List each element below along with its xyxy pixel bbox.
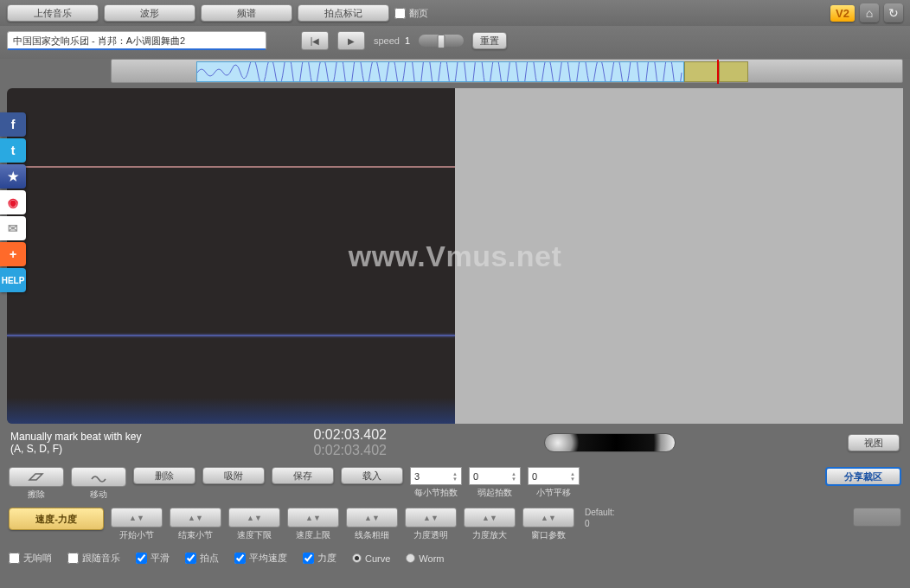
flip-page-checkbox[interactable] — [394, 8, 406, 19]
avgspeed-checkbox[interactable] — [234, 553, 246, 564]
smooth-toggle[interactable]: 平滑 — [136, 552, 170, 565]
speed-dynamics-mode-button[interactable]: 速度-力度 — [9, 508, 104, 530]
smooth-checkbox[interactable] — [136, 553, 147, 564]
play-button[interactable]: ▶ — [337, 31, 365, 50]
line-width-input[interactable]: ▲▼ — [346, 508, 398, 527]
erase-icon — [27, 471, 46, 483]
spinner-icon[interactable]: ▲▼ — [511, 471, 516, 482]
follow-toggle[interactable]: 跟随音乐 — [67, 552, 120, 565]
speed-label: speed — [374, 35, 400, 46]
selection-region[interactable] — [684, 61, 719, 82]
beats-per-bar-input[interactable]: 3▲▼ — [410, 467, 462, 485]
spectrum-band-lower — [7, 335, 455, 336]
time-total: 0:02:03.402 — [313, 443, 387, 458]
reset-button[interactable]: 重置 — [472, 32, 507, 49]
erase-label: 擦除 — [28, 489, 45, 501]
view-button[interactable]: 视图 — [848, 434, 900, 451]
spectrum-band-upper — [7, 166, 455, 168]
prev-button[interactable]: |◀ — [301, 31, 329, 50]
window-param-input[interactable]: ▲▼ — [522, 508, 574, 527]
beats-per-bar-value: 3 — [414, 471, 420, 482]
tempo-low-input[interactable]: ▲▼ — [228, 508, 280, 527]
speed-value: 1 — [405, 35, 410, 46]
facebook-icon[interactable]: f — [0, 112, 26, 137]
tempo-high-input[interactable]: ▲▼ — [287, 508, 339, 527]
addthis-icon[interactable]: + — [0, 242, 26, 266]
save-button[interactable]: 保存 — [272, 467, 334, 484]
pickup-label: 弱起拍数 — [477, 487, 512, 499]
favorite-icon[interactable]: ★ — [0, 164, 26, 189]
dynamics-meter — [544, 433, 676, 452]
tempo-high-label: 速度上限 — [296, 529, 330, 541]
spectrum-gradient — [7, 398, 455, 424]
avgspeed-toggle[interactable]: 平均速度 — [234, 552, 287, 565]
line-width-label: 线条粗细 — [355, 529, 389, 541]
move-icon — [89, 471, 108, 483]
watermark-text: www.Vmus.net — [349, 240, 562, 273]
waveform-segment — [196, 61, 684, 82]
nosound-label: 无响哨 — [23, 552, 52, 565]
beats-checkbox[interactable] — [185, 553, 196, 564]
mail-icon[interactable]: ✉ — [0, 216, 26, 240]
dynamics-scale-input[interactable]: ▲▼ — [464, 508, 516, 527]
move-button[interactable] — [71, 467, 126, 487]
dynamics-trans-label: 力度透明 — [413, 529, 448, 541]
manual-hint: Manually mark beat with key (A, S, D, F) — [10, 431, 141, 455]
dynamics-trans-input[interactable]: ▲▼ — [405, 508, 457, 527]
erase-button[interactable] — [9, 467, 64, 487]
spinner-icon[interactable]: ▲▼ — [452, 471, 458, 482]
radio-off-icon — [406, 553, 415, 563]
ioi-button[interactable] — [853, 508, 901, 527]
curve-radio[interactable]: Curve — [352, 553, 390, 564]
help-icon[interactable]: HELP — [0, 268, 26, 292]
beat-marks-tab[interactable]: 拍点标记 — [298, 4, 389, 22]
manual-hint-line2: (A, S, D, F) — [10, 443, 141, 455]
start-bar-input[interactable]: ▲▼ — [111, 508, 163, 527]
v2-badge: V2 — [830, 5, 855, 22]
bar-offset-label: 小节平移 — [536, 487, 571, 499]
beats-label: 拍点 — [200, 552, 219, 565]
worm-radio[interactable]: Worm — [406, 553, 444, 564]
curve-label: Curve — [365, 553, 390, 564]
beats-per-bar-label: 每小节拍数 — [414, 487, 458, 499]
window-param-label: 窗口参数 — [531, 529, 566, 541]
manual-hint-line1: Manually mark beat with key — [10, 431, 141, 443]
flip-page-toggle[interactable]: 翻页 — [394, 7, 428, 20]
selection-region-2[interactable] — [719, 61, 748, 82]
load-button[interactable]: 载入 — [341, 467, 403, 484]
bar-offset-input[interactable]: 0▲▼ — [528, 467, 580, 485]
waveform-tab[interactable]: 波形 — [104, 4, 195, 22]
smooth-label: 平滑 — [151, 552, 170, 565]
snap-button[interactable]: 吸附 — [202, 467, 265, 484]
home-icon[interactable]: ⌂ — [860, 3, 879, 22]
nosound-checkbox[interactable] — [9, 553, 20, 564]
delete-button[interactable]: 删除 — [133, 467, 195, 484]
upload-tab[interactable]: 上传音乐 — [7, 4, 99, 22]
spinner-icon[interactable]: ▲▼ — [570, 471, 575, 482]
weibo-icon[interactable]: ◉ — [0, 190, 26, 214]
follow-label: 跟随音乐 — [82, 552, 120, 565]
radio-on-icon — [352, 553, 362, 563]
dynamics-scale-label: 力度放大 — [472, 529, 507, 541]
dynamics-checkbox[interactable] — [303, 553, 314, 564]
speed-slider[interactable] — [419, 35, 464, 47]
dynamics-label: 力度 — [317, 552, 336, 565]
mini-waveform-icon — [197, 62, 683, 81]
tempo-low-label: 速度下限 — [237, 529, 272, 541]
end-bar-input[interactable]: ▲▼ — [170, 508, 221, 527]
dynamics-toggle[interactable]: 力度 — [303, 552, 336, 565]
track-title-input[interactable]: 中国国家交响乐团 - 肖邦：A小调圆舞曲2 — [7, 31, 266, 50]
spectrum-tab[interactable]: 频谱 — [201, 4, 292, 22]
time-elapsed: 0:02:03.402 — [313, 427, 387, 443]
nosound-toggle[interactable]: 无响哨 — [9, 552, 52, 565]
worm-label: Worm — [419, 553, 444, 564]
follow-checkbox[interactable] — [67, 553, 79, 564]
timeline-overview[interactable] — [111, 59, 903, 83]
start-bar-label: 开始小节 — [119, 529, 154, 541]
twitter-icon[interactable]: t — [0, 138, 26, 163]
share-clip-button[interactable]: 分享裁区 — [825, 467, 901, 486]
pickup-input[interactable]: 0▲▼ — [469, 467, 521, 485]
pickup-value: 0 — [473, 471, 478, 482]
refresh-icon[interactable]: ↻ — [884, 3, 903, 22]
beats-toggle[interactable]: 拍点 — [185, 552, 219, 565]
